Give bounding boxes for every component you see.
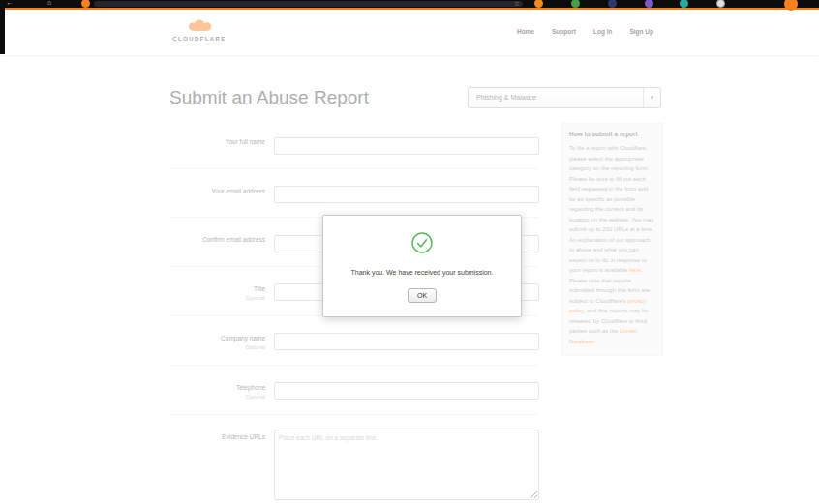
ok-button[interactable]: OK [408,288,437,303]
browser-window: ← ⌂ ☆ CLOUDFLARE Home [0,0,819,504]
home-icon[interactable]: ⌂ [45,0,54,8]
extension-icon[interactable] [571,0,580,8]
success-message: Thank you. We have received your submiss… [335,268,509,277]
extension-icon[interactable] [645,0,653,8]
window-edge [0,0,5,54]
extension-icon[interactable] [608,0,617,8]
extension-icon[interactable] [534,0,543,8]
extension-icon[interactable] [680,0,688,8]
profile-avatar[interactable] [716,0,725,8]
address-bar[interactable]: ☆ [94,1,523,7]
submission-success-modal: Thank you. We have received your submiss… [322,215,522,317]
theme-accent-line [0,8,819,10]
back-icon[interactable]: ← [5,0,15,8]
bookmark-star-icon[interactable]: ☆ [514,0,520,8]
browser-toolbar: ← ⌂ ☆ [0,0,819,8]
extension-icon[interactable] [81,0,90,8]
success-check-icon [410,231,434,254]
